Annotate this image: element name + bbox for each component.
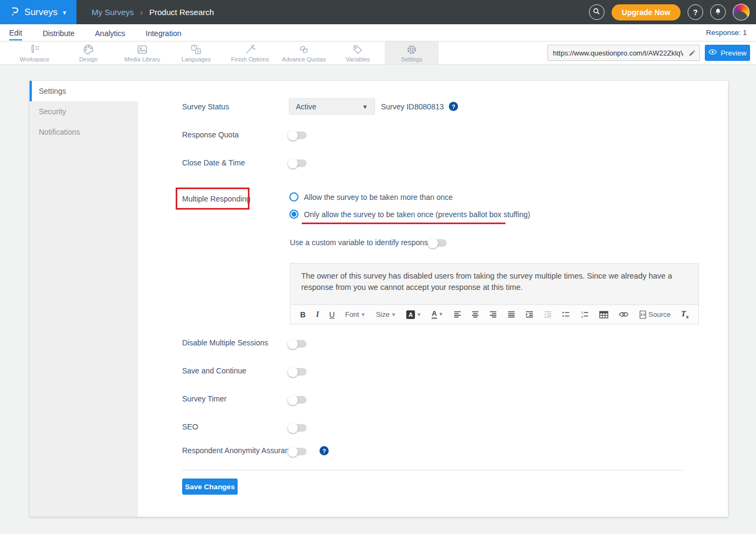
bullet-list-icon <box>562 311 570 318</box>
response-count[interactable]: Response: 1 <box>706 29 747 37</box>
advance-quotas-chain-icon <box>298 44 310 56</box>
svg-text:1: 1 <box>581 311 583 314</box>
align-center-button[interactable] <box>471 311 479 318</box>
survey-status-dropdown[interactable]: Active ▼ <box>289 98 375 115</box>
chevron-down-icon: ▼ <box>62 10 67 16</box>
radio-allow-multiple[interactable]: Allow the survey to be taken more than o… <box>289 192 453 202</box>
variables-tag-icon <box>352 44 364 56</box>
multiple-responding-label: Multiple Responding <box>177 195 251 203</box>
italic-button[interactable]: I <box>316 310 318 319</box>
disable-multiple-sessions-toggle[interactable] <box>289 340 307 348</box>
breadcrumb-my-surveys[interactable]: My Surveys <box>92 8 134 17</box>
only-once-red-underline <box>302 223 505 224</box>
sidebar-item-settings[interactable]: Settings <box>30 81 138 101</box>
seo-label: SEO <box>182 422 198 431</box>
align-justify-icon <box>508 311 515 318</box>
outdent-button[interactable] <box>544 311 552 318</box>
app-logo-menu[interactable]: Surveys ▼ <box>0 0 77 24</box>
toolbar-item-workspace[interactable]: Workspace <box>8 41 61 64</box>
outdent-icon <box>544 311 552 318</box>
numbered-list-button[interactable]: 12 <box>581 311 589 318</box>
help-button[interactable]: ? <box>688 4 703 20</box>
radio-unchecked-icon <box>289 192 299 202</box>
breadcrumb-current-survey: Product Research <box>149 8 214 17</box>
page-background: Settings Security Notifications Survey S… <box>0 65 756 533</box>
tab-integration[interactable]: Integration <box>145 26 181 40</box>
toolbar-item-advance-quotas[interactable]: Advance Quotas <box>277 41 331 64</box>
respondent-anonymity-toggle[interactable] <box>289 448 307 455</box>
table-icon <box>599 311 608 318</box>
languages-icon: * A <box>190 44 202 56</box>
multiple-responding-highlight-box: Multiple Responding <box>176 188 249 210</box>
font-dropdown[interactable]: Font ▼ <box>345 310 365 318</box>
eye-icon <box>708 48 717 57</box>
remove-format-button[interactable]: Tx <box>681 309 689 320</box>
background-color-button[interactable]: A ▼ <box>406 310 421 319</box>
logo-product-label: Surveys <box>24 7 57 18</box>
align-center-icon <box>471 311 479 318</box>
respondent-anonymity-help-icon[interactable]: ? <box>320 446 329 455</box>
custom-variable-label: Use a custom variable to identify respon… <box>290 238 436 247</box>
finish-options-wand-icon <box>244 44 256 56</box>
settings-card: Settings Security Notifications Survey S… <box>30 81 728 517</box>
bold-button[interactable]: B <box>300 310 306 319</box>
survey-url-field <box>547 45 700 61</box>
questionpro-logo-icon <box>9 5 20 19</box>
underline-button[interactable]: U <box>329 310 335 319</box>
close-date-time-toggle[interactable] <box>289 159 307 167</box>
editor-message[interactable]: The owner of this survey has disabled us… <box>290 263 698 304</box>
toolbar-item-languages[interactable]: * A Languages <box>169 41 223 64</box>
indent-button[interactable] <box>525 311 533 318</box>
tab-edit[interactable]: Edit <box>9 25 22 40</box>
numbered-list-icon: 12 <box>581 311 589 318</box>
survey-status-label: Survey Status <box>182 102 229 111</box>
preview-button[interactable]: Preview <box>705 45 750 61</box>
sidebar-item-security[interactable]: Security <box>30 101 138 122</box>
toolbar-item-design[interactable]: Design <box>61 41 115 64</box>
bullet-list-button[interactable] <box>562 311 570 318</box>
upgrade-now-button[interactable]: Upgrade Now <box>612 4 681 20</box>
search-button[interactable] <box>589 4 605 20</box>
toolbar-item-variables[interactable]: Variables <box>331 41 385 64</box>
align-right-button[interactable] <box>489 311 497 318</box>
survey-url-input[interactable] <box>548 49 684 57</box>
save-changes-button[interactable]: Save Changes <box>182 478 238 495</box>
toolbar-item-settings[interactable]: Settings <box>385 41 439 64</box>
radio-checked-icon <box>289 210 299 219</box>
align-left-button[interactable] <box>454 311 461 318</box>
close-date-time-label: Close Date & Time <box>182 158 245 167</box>
tab-distribute[interactable]: Distribute <box>43 26 74 40</box>
response-quota-toggle[interactable] <box>289 131 307 139</box>
toolbar-item-media-library[interactable]: Media Library <box>115 41 169 64</box>
align-right-icon <box>489 311 497 318</box>
chevron-down-icon: ▼ <box>417 312 421 317</box>
background-color-icon: A <box>406 310 415 319</box>
align-justify-button[interactable] <box>508 311 515 318</box>
custom-variable-toggle[interactable] <box>429 239 447 247</box>
tab-analytics[interactable]: Analytics <box>95 26 125 40</box>
topbar-actions: Upgrade Now ? <box>589 4 756 20</box>
text-color-button[interactable]: A ▼ <box>432 310 443 319</box>
insert-link-button[interactable] <box>619 311 629 318</box>
insert-table-button[interactable] <box>599 311 608 318</box>
survey-timer-toggle[interactable] <box>289 396 307 404</box>
survey-id-label: Survey ID: <box>381 102 416 111</box>
toolbar-item-finish-options[interactable]: Finish Options <box>223 41 277 64</box>
user-avatar[interactable] <box>733 4 750 20</box>
design-palette-icon <box>82 44 94 56</box>
editor-toolbar: B I U Font ▼ Size ▼ A ▼ <box>290 304 698 324</box>
survey-status-help-icon[interactable]: ? <box>449 102 458 111</box>
edit-url-pencil-icon[interactable] <box>684 49 699 57</box>
notifications-button[interactable] <box>710 4 726 20</box>
size-dropdown[interactable]: Size ▼ <box>376 310 396 318</box>
remove-format-icon: Tx <box>681 309 689 320</box>
respondent-anonymity-label: Respondent Anonymity Assurance <box>182 446 297 455</box>
top-navbar: Surveys ▼ My Surveys › Product Research … <box>0 0 756 24</box>
sidebar-item-notifications[interactable]: Notifications <box>30 122 138 142</box>
source-button[interactable]: Source <box>639 310 670 319</box>
breadcrumb-separator-icon: › <box>140 8 143 17</box>
save-and-continue-toggle[interactable] <box>289 368 307 376</box>
seo-toggle[interactable] <box>289 424 307 432</box>
radio-only-once[interactable]: Only allow the survey to be taken once (… <box>289 210 530 219</box>
search-icon <box>592 7 601 17</box>
